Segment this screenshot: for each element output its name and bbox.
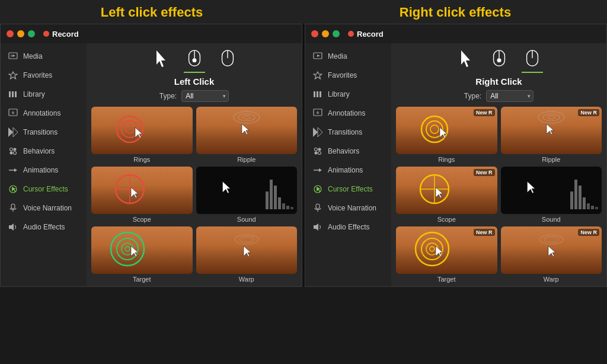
target-label-left: Target <box>133 276 151 283</box>
audio-effects-label-right: Audio Effects <box>328 223 370 231</box>
audio-effects-icon-left <box>8 222 18 232</box>
right-main-content: Right Click Type: All <box>391 43 606 286</box>
tl-yellow-left[interactable] <box>17 30 24 37</box>
svg-point-13 <box>14 148 17 151</box>
svg-marker-2 <box>12 55 15 57</box>
right-click-tab-left[interactable] <box>217 47 238 73</box>
type-select-left[interactable]: All <box>181 90 229 102</box>
scope-label-right: Scope <box>437 216 456 223</box>
sidebar-item-cursor-effects-left[interactable]: Cursor Effects <box>1 180 87 199</box>
sidebar-item-media-right[interactable]: Media <box>305 47 391 66</box>
svg-text:a: a <box>317 110 319 114</box>
type-label-right: Type: <box>464 92 481 100</box>
effect-warp-right[interactable]: New R Warp <box>501 226 602 283</box>
svg-rect-54 <box>320 91 321 97</box>
svg-point-12 <box>14 152 17 155</box>
library-icon-left <box>8 89 18 100</box>
transitions-label-left: Transitions <box>23 128 57 136</box>
sidebar-item-audio-effects-left[interactable]: Audio Effects <box>1 218 87 237</box>
svg-marker-83 <box>547 124 554 135</box>
annotations-label-left: Annotations <box>23 109 60 117</box>
sidebar-item-animations-right[interactable]: Animations <box>305 161 391 180</box>
animations-icon-left <box>8 165 18 175</box>
voice-narration-label-right: Voice Narration <box>328 204 376 212</box>
effect-rings-right[interactable]: New R Rings <box>396 107 497 163</box>
svg-marker-79 <box>440 127 447 138</box>
left-sidebar: Media Favorites Library <box>1 43 87 286</box>
sidebar-item-annotations-left[interactable]: a Annotations <box>1 104 87 123</box>
tl-green-right[interactable] <box>333 30 340 37</box>
effect-sound-right[interactable]: Sound <box>501 167 602 223</box>
left-click-tab-right[interactable] <box>488 47 510 73</box>
right-click-tab-right[interactable] <box>522 47 543 73</box>
sidebar-item-annotations-right[interactable]: a Annotations <box>305 104 391 123</box>
left-titlebar: Record <box>1 24 302 43</box>
favorites-icon-left <box>8 70 18 81</box>
effect-warp-left[interactable]: Warp <box>196 226 298 283</box>
svg-point-61 <box>318 148 321 151</box>
svg-marker-9 <box>8 127 13 137</box>
tl-green-left[interactable] <box>28 30 35 37</box>
svg-marker-21 <box>9 223 14 231</box>
effect-ripple-left[interactable]: Ripple <box>196 107 298 163</box>
record-label-left: Record <box>52 30 79 39</box>
svg-point-60 <box>318 152 321 155</box>
effect-scope-left[interactable]: Scope <box>91 167 193 223</box>
effect-ripple-right[interactable]: New R Ripple <box>501 107 602 163</box>
tl-red-left[interactable] <box>7 30 14 37</box>
sidebar-item-animations-left[interactable]: Animations <box>1 161 87 180</box>
warp-new-badge-right: New R <box>578 229 599 236</box>
sidebar-item-transitions-right[interactable]: Transitions <box>305 123 391 142</box>
sidebar-item-media-left[interactable]: Media <box>1 47 87 66</box>
left-click-tab-left[interactable] <box>184 47 205 73</box>
cursor-effects-icon-left <box>8 184 18 194</box>
effect-target-left[interactable]: Target <box>91 226 193 283</box>
record-button-right[interactable]: Record <box>348 30 384 39</box>
svg-point-46 <box>235 235 258 244</box>
type-label-left: Type: <box>159 92 177 100</box>
svg-point-41 <box>111 232 144 266</box>
cursor-tab-right[interactable] <box>455 47 477 73</box>
animations-label-left: Animations <box>23 166 58 174</box>
effect-sound-left[interactable]: Sound <box>196 167 298 223</box>
sidebar-item-transitions-left[interactable]: Transitions <box>1 123 87 142</box>
sidebar-item-behaviors-right[interactable]: Behaviors <box>305 142 391 161</box>
svg-marker-57 <box>313 127 318 137</box>
svg-point-32 <box>234 111 260 123</box>
svg-marker-39 <box>131 187 138 198</box>
sidebar-item-cursor-effects-right[interactable]: Cursor Effects <box>305 180 391 199</box>
sidebar-item-voice-narration-left[interactable]: Voice Narration <box>1 199 87 218</box>
cursor-tab-left[interactable] <box>151 47 172 73</box>
svg-rect-67 <box>316 204 320 209</box>
sidebar-item-voice-narration-right[interactable]: Voice Narration <box>305 199 391 218</box>
svg-marker-70 <box>461 50 470 67</box>
rings-new-badge-right: New R <box>474 109 495 116</box>
sidebar-item-favorites-right[interactable]: Favorites <box>305 66 391 85</box>
effect-scope-right[interactable]: New R Scope <box>396 167 497 223</box>
svg-point-34 <box>243 116 250 119</box>
transitions-label-right: Transitions <box>328 128 362 136</box>
cursor-effects-label-right: Cursor Effects <box>328 185 373 193</box>
type-select-wrap-right: All <box>486 90 533 102</box>
cursor-effects-label-left: Cursor Effects <box>23 185 68 193</box>
type-select-right[interactable]: All <box>486 90 533 102</box>
svg-rect-5 <box>12 91 14 97</box>
svg-point-33 <box>238 114 255 121</box>
sidebar-item-library-right[interactable]: Library <box>305 85 391 104</box>
target-label-right: Target <box>437 276 456 283</box>
effect-target-right[interactable]: New R Target <box>396 226 497 283</box>
sidebar-item-audio-effects-right[interactable]: Audio Effects <box>305 218 391 237</box>
record-button-left[interactable]: Record <box>43 30 79 39</box>
sidebar-item-behaviors-left[interactable]: Behaviors <box>1 142 87 161</box>
rings-label-right: Rings <box>438 156 455 163</box>
click-label-left: Left Click <box>91 76 297 87</box>
tl-red-right[interactable] <box>311 30 318 37</box>
sidebar-item-library-left[interactable]: Library <box>1 85 87 104</box>
record-dot-left <box>43 31 49 37</box>
sidebar-item-favorites-left[interactable]: Favorites <box>1 66 87 85</box>
tl-yellow-right[interactable] <box>322 30 329 37</box>
scope-new-badge-right: New R <box>474 169 495 176</box>
svg-point-89 <box>416 232 449 266</box>
sound-label-right: Sound <box>542 216 561 223</box>
effect-rings-left[interactable]: Rings <box>91 107 193 163</box>
